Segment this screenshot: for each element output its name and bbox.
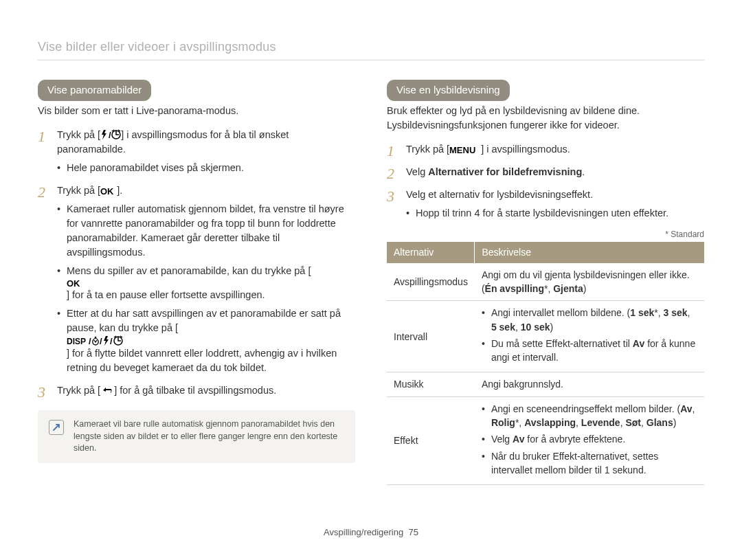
svg-text:/: /: [100, 336, 102, 346]
right-column: Vise en lysbildevisning Bruk effekter og…: [387, 80, 704, 485]
step-2: 2 Velg Alternativer for bildefremvisning…: [387, 165, 704, 179]
svg-text:DISP: DISP: [67, 337, 86, 346]
section-pill-panorama: Vise panoramabilder: [38, 80, 151, 101]
table-row: Effekt Angi en sceneendringseffekt mello…: [387, 396, 704, 484]
sub-item: Hopp til trinn 4 for å starte lysbildevi…: [406, 206, 704, 221]
back-icon: [100, 385, 114, 396]
sub-item: Hele panoramabildet vises på skjermen.: [57, 161, 355, 175]
note-box: Kameraet vil bare rulle automatisk gjenn…: [38, 410, 355, 463]
step-number: 2: [38, 181, 45, 203]
step-body: Trykk på [] for å gå tilbake til avspill…: [57, 383, 355, 398]
table-row: Intervall Angi intervallet mellom bilden…: [387, 301, 704, 372]
sub-item: Angi intervallet mellom bildene. (1 sek*…: [482, 306, 697, 334]
option-label: Musikk: [387, 372, 475, 396]
ok-icon: OK: [67, 278, 355, 288]
footer-section: Avspilling/redigering: [324, 527, 403, 537]
step-number: 3: [38, 381, 45, 403]
content-columns: Vise panoramabilder Vis bilder som er ta…: [38, 80, 704, 485]
sub-item: Angi en sceneendringseffekt mellom bilde…: [482, 402, 697, 430]
svg-text:MENU: MENU: [449, 145, 475, 155]
disp-macro-flash-timer-icon: DISP///: [67, 335, 355, 346]
flash-timer-icon: /: [100, 129, 121, 140]
sub-item: Etter at du har satt avspillingen av et …: [57, 306, 355, 375]
option-desc: Angi en sceneendringseffekt mellom bilde…: [475, 396, 704, 484]
step-body: Trykk på [/] i avspillingsmodus for å bl…: [57, 128, 355, 157]
option-label: Intervall: [387, 301, 475, 372]
table-header-option: Alternativ: [387, 242, 475, 262]
left-column: Vise panoramabilder Vis bilder som er ta…: [38, 80, 355, 485]
svg-text:/: /: [89, 336, 91, 346]
sub-item: Du må sette Effekt-alternativet til Av f…: [482, 337, 697, 365]
step-number: 1: [387, 140, 394, 162]
option-desc: Angi bakgrunnslyd.: [475, 372, 704, 396]
step-body: Trykk på [MENU] i avspillingsmodus.: [406, 142, 704, 157]
page: Vise bilder eller videoer i avspillingsm…: [0, 0, 742, 513]
sub-item: Kameraet ruller automatisk gjennom bilde…: [57, 202, 355, 260]
step-1: 1 Trykk på [MENU] i avspillingsmodus.: [387, 142, 704, 157]
step-number: 1: [38, 126, 45, 148]
sub-item: Når du bruker Effekt-alternativet, sette…: [482, 449, 697, 478]
step-3: 3 Trykk på [] for å gå tilbake til avspi…: [38, 383, 355, 398]
sub-list: Hele panoramabildet vises på skjermen.: [57, 161, 355, 175]
steps-list: 1 Trykk på [/] i avspillingsmodus for å …: [38, 128, 355, 398]
page-number: 75: [408, 527, 418, 537]
page-footer: Avspilling/redigering 75: [0, 526, 742, 539]
svg-text:/: /: [109, 130, 111, 140]
svg-text:OK: OK: [67, 278, 80, 288]
svg-point-6: [95, 337, 97, 339]
sub-list: Hopp til trinn 4 for å starte lysbildevi…: [406, 206, 704, 221]
svg-text:OK: OK: [100, 186, 114, 196]
option-desc: Angi intervallet mellom bildene. (1 sek*…: [475, 301, 704, 372]
section-pill-slideshow: Vise en lysbildevisning: [387, 80, 510, 101]
step-body: Velg Alternativer for bildefremvisning.: [406, 165, 704, 179]
sub-list: Kameraet ruller automatisk gjennom bilde…: [57, 202, 355, 375]
step-body: Velg et alternativ for lysbildevisningse…: [406, 188, 704, 202]
sub-item: Mens du spiller av et panoramabilde, kan…: [57, 264, 355, 302]
breadcrumb: Vise bilder eller videoer i avspillingsm…: [38, 38, 704, 56]
table-header-description: Beskrivelse: [475, 242, 704, 262]
steps-list: 1 Trykk på [MENU] i avspillingsmodus. 2 …: [387, 142, 704, 221]
sub-item: Velg Av for å avbryte effektene.: [482, 432, 697, 446]
section-subtext: Bruk effekter og lyd på en lysbildevisni…: [387, 104, 704, 133]
table-row: Musikk Angi bakgrunnslyd.: [387, 372, 704, 396]
standard-note: * Standard: [387, 229, 704, 240]
option-label: Effekt: [387, 396, 475, 484]
options-table: Alternativ Beskrivelse Avspillingsmodus …: [387, 242, 704, 485]
step-number: 2: [387, 163, 394, 185]
option-label: Avspillingsmodus: [387, 263, 475, 301]
svg-text:/: /: [110, 336, 113, 346]
step-1: 1 Trykk på [/] i avspillingsmodus for å …: [38, 128, 355, 175]
ok-icon: OK: [100, 186, 117, 196]
step-number: 3: [387, 186, 394, 208]
step-2: 2 Trykk på [OK]. Kameraet ruller automat…: [38, 183, 355, 375]
step-3: 3 Velg et alternativ for lysbildevisning…: [387, 188, 704, 221]
section-subtext: Vis bilder som er tatt i Live-panorama-m…: [38, 104, 355, 118]
menu-icon: MENU: [449, 145, 481, 155]
divider: [38, 60, 704, 60]
table-row: Avspillingsmodus Angi om du vil gjenta l…: [387, 263, 704, 301]
note-icon: [49, 420, 64, 435]
step-body: Trykk på [OK].: [57, 183, 355, 198]
note-text: Kameraet vil bare rulle automatisk gjenn…: [74, 418, 344, 455]
option-desc: Angi om du vil gjenta lysbildevisningen …: [475, 263, 704, 301]
